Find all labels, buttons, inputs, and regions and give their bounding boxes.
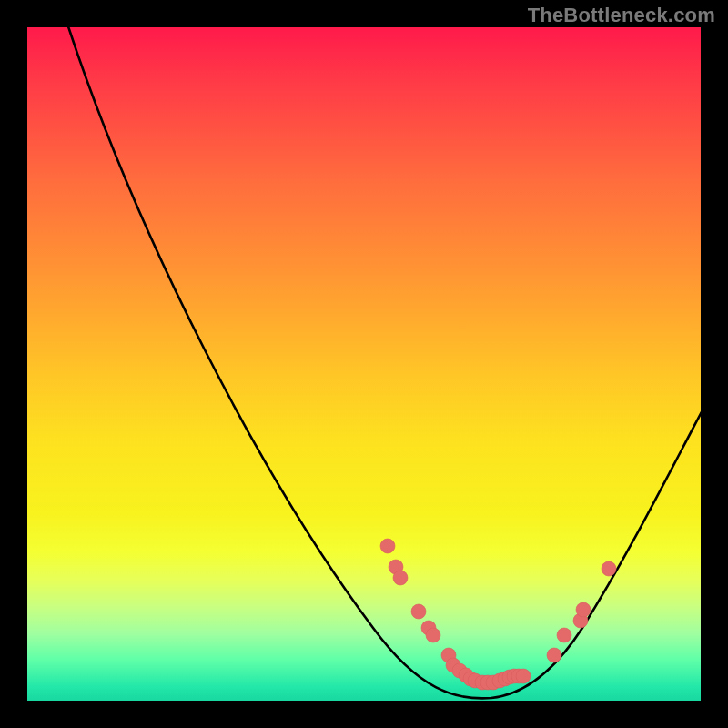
plot-area (27, 27, 701, 701)
data-dot (516, 669, 531, 683)
data-dot (557, 628, 571, 642)
data-dot (602, 561, 616, 576)
chart-frame: TheBottleneck.com (0, 0, 728, 728)
dots-group (380, 539, 616, 690)
watermark-text: TheBottleneck.com (528, 4, 715, 27)
data-dot (426, 628, 440, 642)
chart-svg (27, 27, 701, 701)
data-dot (411, 604, 426, 619)
data-dot (547, 648, 561, 662)
data-dot (576, 602, 591, 617)
data-dot (380, 539, 395, 553)
bottleneck-curve (66, 27, 701, 698)
data-dot (393, 571, 408, 585)
